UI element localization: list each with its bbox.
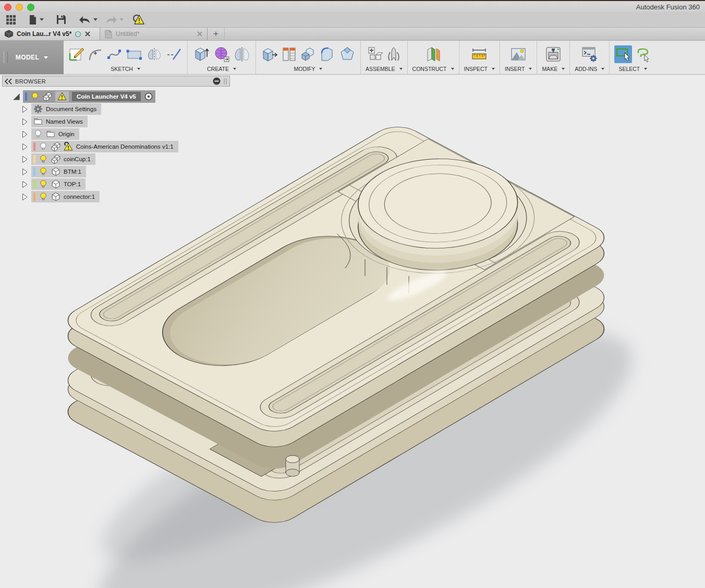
doc-tab-untitled[interactable]: Untitled*	[100, 28, 208, 40]
assembly-cubes-icon	[51, 142, 60, 151]
tree-row-coins[interactable]: Coins-American Denominations v1:1	[2, 140, 230, 153]
hide-panel-icon[interactable]	[213, 77, 221, 85]
window-select-icon[interactable]	[614, 45, 632, 63]
tree-item-label: BTM:1	[64, 169, 81, 175]
close-window-button[interactable]	[4, 4, 11, 11]
component-color-bar	[33, 155, 35, 163]
toolbar-grip[interactable]	[4, 52, 8, 63]
group-dropdown-assemble[interactable]: ASSEMBLE	[366, 66, 403, 72]
redo-button[interactable]	[105, 15, 124, 25]
rectangle-icon[interactable]	[125, 46, 143, 62]
minimize-window-button[interactable]	[16, 4, 23, 11]
zoom-window-button[interactable]	[27, 4, 34, 11]
viewport-canvas[interactable]: BROWSER Coin	[0, 75, 705, 588]
toolbar-group-inspect: INSPECT	[459, 41, 501, 74]
browser-tree: Coin Launcher V4 v5 Document Settings	[2, 90, 230, 203]
create-sketch-icon[interactable]	[68, 46, 85, 63]
visibility-bulb-icon[interactable]	[39, 154, 48, 164]
file-menu-icon[interactable]	[28, 15, 44, 25]
close-tab-icon[interactable]	[197, 31, 203, 37]
tree-row-top[interactable]: TOP:1	[2, 178, 230, 190]
chamfer-icon[interactable]	[339, 46, 356, 63]
project-trim-icon[interactable]	[166, 46, 183, 62]
expand-triangle-icon[interactable]	[21, 168, 29, 176]
visibility-bulb-icon[interactable]	[39, 142, 48, 151]
group-dropdown-inspect[interactable]: INSPECT	[464, 66, 495, 72]
group-dropdown-modify[interactable]: MODIFY	[294, 66, 323, 72]
group-dropdown-make[interactable]: MAKE	[542, 66, 565, 72]
collapse-panel-icon[interactable]	[5, 78, 12, 85]
expand-triangle-icon[interactable]	[21, 181, 29, 188]
expand-triangle-icon[interactable]	[21, 105, 29, 113]
tree-row-origin[interactable]: Origin	[2, 128, 230, 140]
spline-icon[interactable]	[106, 46, 123, 62]
expand-triangle-icon[interactable]	[21, 118, 29, 126]
root-component-name[interactable]: Coin Launcher V4 v5	[72, 92, 141, 101]
warning-icon	[57, 92, 67, 101]
group-dropdown-create[interactable]: CREATE	[207, 66, 236, 72]
construction-plane-icon[interactable]	[424, 45, 442, 63]
sketch-fillet-icon[interactable]	[88, 46, 103, 62]
new-component-icon[interactable]	[367, 46, 384, 63]
measure-icon[interactable]	[470, 46, 488, 63]
visibility-bulb-icon[interactable]	[30, 92, 40, 101]
model-cube-icon	[4, 30, 14, 38]
combine-icon[interactable]	[299, 46, 317, 63]
change-parameters-icon[interactable]	[281, 46, 297, 63]
quick-access-toolbar	[0, 12, 705, 28]
scripts-and-addins-icon[interactable]	[581, 46, 599, 63]
expand-triangle-icon[interactable]	[21, 130, 29, 138]
tree-row-connector[interactable]: connector:1	[2, 190, 230, 203]
tree-row-btm[interactable]: BTM:1	[2, 165, 230, 178]
extrude-icon[interactable]	[192, 45, 210, 63]
group-dropdown-select[interactable]: SELECT	[618, 66, 647, 72]
chevron-down-icon	[562, 68, 565, 70]
file-menu-caret[interactable]	[40, 18, 44, 21]
expand-triangle-icon[interactable]	[21, 143, 29, 151]
group-dropdown-construct[interactable]: CONSTRUCT	[412, 66, 454, 72]
close-tab-icon[interactable]	[84, 31, 91, 37]
visibility-bulb-icon[interactable]	[33, 129, 43, 139]
fillet-solid-icon[interactable]	[320, 46, 336, 63]
tree-row-root[interactable]: Coin Launcher V4 v5	[2, 90, 230, 103]
toolbar-group-construct: CONSTRUCT	[408, 41, 459, 74]
fusion360-window: Autodesk Fusion 360	[0, 0, 705, 588]
print-3d-icon[interactable]	[544, 46, 562, 63]
redo-history-caret[interactable]	[119, 18, 124, 21]
job-status-warning-icon[interactable]	[132, 14, 144, 25]
undo-button[interactable]	[79, 15, 98, 25]
tree-row-named-views[interactable]: Named Views	[2, 115, 230, 128]
create-form-icon[interactable]	[213, 45, 230, 63]
expand-triangle-icon[interactable]	[13, 93, 20, 101]
tree-row-document-settings[interactable]: Document Settings	[2, 103, 230, 115]
tree-item-label: TOP:1	[64, 181, 81, 187]
tree-row-coincup[interactable]: coinCup:1	[2, 153, 230, 165]
panel-resize-grip[interactable]	[223, 78, 227, 85]
data-panel-grid-icon[interactable]	[5, 14, 17, 26]
visibility-bulb-icon[interactable]	[39, 179, 48, 189]
workspace-switcher[interactable]: MODEL	[0, 41, 64, 74]
insert-image-icon[interactable]	[509, 46, 527, 63]
chevron-down-icon	[399, 68, 403, 70]
mirror-feature-icon[interactable]	[233, 46, 251, 63]
save-button[interactable]	[56, 15, 66, 25]
group-dropdown-sketch[interactable]: SKETCH	[111, 66, 140, 72]
toolbar-group-sketch: SKETCH	[64, 41, 188, 74]
activate-component-radio-icon[interactable]	[144, 92, 153, 101]
sketch-mirror-icon[interactable]	[145, 46, 163, 62]
expand-triangle-icon[interactable]	[21, 155, 29, 163]
press-pull-icon[interactable]	[261, 45, 278, 63]
freeform-select-icon[interactable]	[635, 46, 651, 63]
visibility-bulb-icon[interactable]	[39, 167, 48, 176]
new-document-tab-button[interactable]: +	[208, 28, 225, 40]
doc-tab-coin-launcher[interactable]: Coin Lau...r V4 v5*	[0, 28, 100, 40]
joint-icon[interactable]	[386, 46, 401, 63]
expand-triangle-icon[interactable]	[21, 193, 29, 201]
group-dropdown-insert[interactable]: INSERT	[505, 66, 532, 72]
workspace-label: MODEL	[16, 54, 39, 61]
component-color-bar	[33, 142, 35, 151]
undo-history-caret[interactable]	[93, 18, 98, 21]
browser-header[interactable]: BROWSER	[2, 76, 230, 87]
group-dropdown-addins[interactable]: ADD-INS	[575, 66, 604, 72]
visibility-bulb-icon[interactable]	[39, 192, 48, 201]
